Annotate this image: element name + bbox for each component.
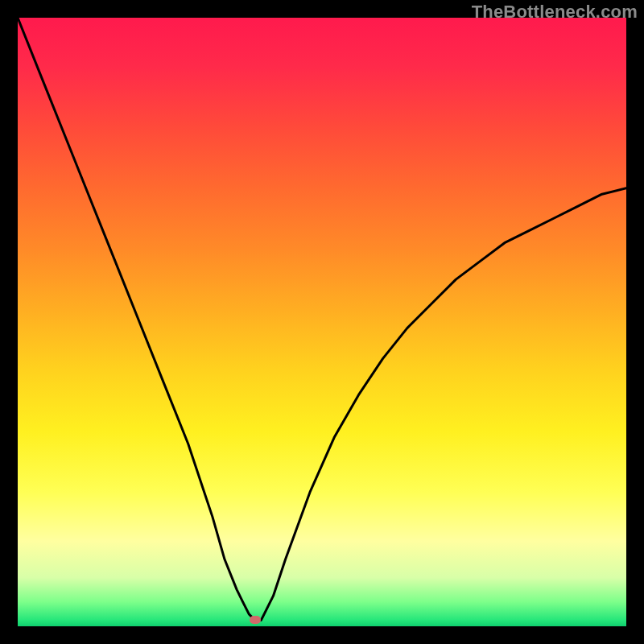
curve-svg: [18, 18, 626, 626]
bottleneck-curve: [18, 18, 626, 620]
watermark-text: TheBottleneck.com: [472, 2, 638, 23]
plot-area: [18, 18, 626, 626]
optimum-marker: [250, 616, 261, 624]
chart-frame: { "watermark": "TheBottleneck.com", "col…: [0, 0, 644, 644]
